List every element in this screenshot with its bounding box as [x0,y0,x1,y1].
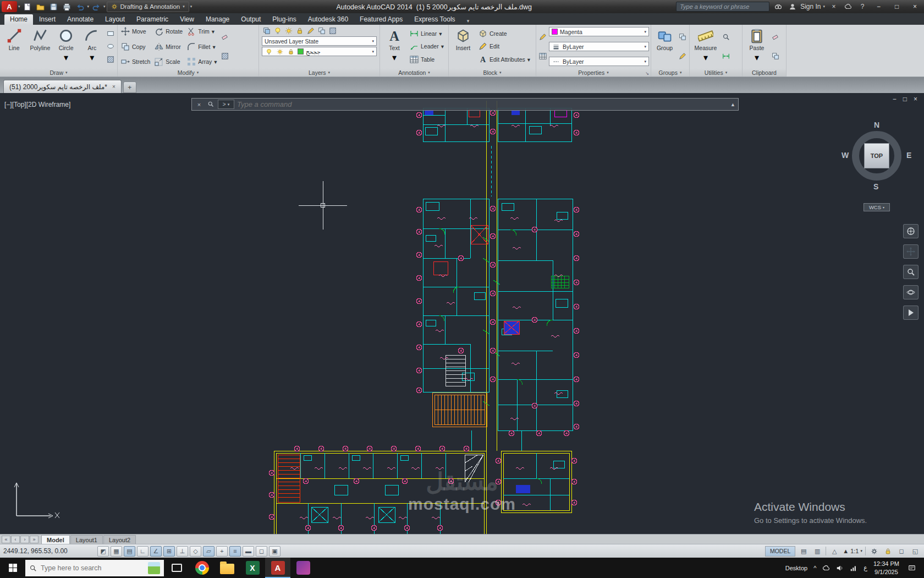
ribbon-tab-parametric[interactable]: Parametric [131,14,174,25]
steering-wheel-button[interactable] [903,224,919,238]
tab-layout2[interactable]: Layout2 [103,535,136,544]
panel-label-clipboard[interactable]: Clipboard [743,68,786,77]
notification-center-button[interactable] [905,564,919,572]
file-tab-close-icon[interactable]: × [112,84,116,90]
erase-tool[interactable] [220,32,230,41]
snap-toggle[interactable]: ▦ [111,546,122,557]
layer-dropdown[interactable]: ججحح ▾ [262,47,377,56]
tab-layout1[interactable]: Layout1 [70,535,103,544]
undo-button[interactable] [74,1,86,12]
layer-match-button[interactable] [317,26,327,35]
dimension-linear-tool[interactable]: Linear▾ [408,29,446,38]
workspace-selector[interactable]: Drafting & Annotation ▾ [107,2,189,12]
hatch-tool[interactable] [106,55,116,64]
qat-overflow-caret-icon[interactable]: ▾ [190,4,193,9]
panel-label-annotation[interactable]: Annotation▾ [380,68,448,77]
quick-select-button[interactable] [721,32,731,41]
scale-tool[interactable]: Scale [153,57,184,66]
infer-constraints-toggle[interactable]: ◩ [97,546,109,557]
osnap-toggle[interactable]: ⊞ [163,546,175,557]
rotate-tool[interactable]: Rotate [153,27,184,36]
workspace-switching-button[interactable] [868,546,879,557]
edit-block-tool[interactable]: Edit [477,42,532,51]
object-snap-tracking-toggle[interactable]: ◇ [190,546,201,557]
dynamic-input-toggle[interactable]: + [216,546,228,557]
toolbar-lock-button[interactable] [882,546,893,557]
isolate-objects-button[interactable]: ◻ [896,546,907,557]
pan-button[interactable] [903,244,919,259]
drawing-close-button[interactable]: × [914,95,917,103]
tray-expand-caret[interactable]: ^ [813,565,816,571]
object-color-dropdown[interactable]: Magenta▾ [549,27,649,36]
ellipse-tool[interactable] [106,42,116,51]
polyline-tool[interactable]: Polyline [28,26,52,67]
panel-label-properties[interactable]: Properties▾↘ [536,68,651,77]
tab-model[interactable]: Model [41,535,70,544]
viewcube[interactable]: N W E TOP S WCS▾ [840,121,915,220]
ungroup-button[interactable] [678,32,688,41]
taskbar-autocad[interactable]: A [265,558,290,578]
viewport-controls[interactable]: [−][Top][2D Wireframe] [4,101,70,108]
move-tool[interactable]: Move [119,27,152,36]
prev-tab-button[interactable]: ‹ [11,536,20,543]
viewcube-north[interactable]: N [874,121,879,129]
selection-cycling-toggle[interactable]: ▣ [269,546,280,557]
file-tab-active[interactable]: ملف الرخصه تايم سكوير2000 (51)* × [3,80,122,93]
onedrive-cloud-icon[interactable] [822,564,830,572]
dynamic-ucs-toggle[interactable]: ▱ [203,546,215,557]
quick-view-layouts-button[interactable]: ▤ [798,546,809,557]
layer-freeze-button[interactable] [284,26,294,35]
ribbon-tab-autodesk360[interactable]: Autodesk 360 [302,14,354,25]
new-file-tab-button[interactable]: + [123,81,136,93]
mirror-tool[interactable]: Mirror [153,42,184,51]
taskbar-excel[interactable]: X [240,558,265,578]
polar-tracking-toggle[interactable]: ∠ [150,546,162,557]
measure-tool[interactable]: Measure▾ [691,26,720,67]
sign-in-button[interactable]: Sign In ▾ [787,2,825,12]
stretch-tool[interactable]: Stretch [119,57,152,66]
ribbon-tab-manage[interactable]: Manage [200,14,235,25]
linetype-dropdown[interactable]: ByLayer▾ [549,57,649,66]
orbit-button[interactable] [903,285,919,299]
id-point-button[interactable] [721,52,731,61]
ribbon-tab-plugins[interactable]: Plug-ins [267,14,301,25]
taskbar-chrome[interactable] [189,558,215,578]
ribbon-tab-home[interactable]: Home [4,14,33,25]
properties-dialog-launcher[interactable]: ↘ [645,71,649,76]
trim-tool[interactable]: Trim▾ [185,27,218,36]
viewcube-top-face[interactable]: TOP [864,143,889,168]
transparency-toggle[interactable]: ▬ [243,546,254,557]
app-menu-caret-icon[interactable]: ▾ [18,4,20,9]
text-tool[interactable]: Text▾ [382,26,407,67]
grid-toggle[interactable]: ▤ [124,546,135,557]
properties-list-button[interactable] [538,52,548,61]
undo-caret-icon[interactable]: ▾ [87,4,90,9]
create-block-tool[interactable]: Create [477,29,532,38]
panel-label-utilities[interactable]: Utilities▾ [690,68,742,77]
viewcube-east[interactable]: E [906,151,911,160]
table-tool[interactable]: Table [408,55,446,64]
command-close-icon[interactable]: × [195,101,204,108]
first-tab-button[interactable]: « [2,536,10,543]
layer-state-dropdown[interactable]: Unsaved Layer State▾ [262,36,377,46]
new-file-button[interactable] [21,1,34,12]
paste-tool[interactable]: Paste▾ [744,26,769,67]
group-tool[interactable]: Group [653,26,676,67]
drawing-minimize-button[interactable]: − [893,95,897,103]
next-tab-button[interactable]: › [20,536,29,543]
last-tab-button[interactable]: » [30,536,38,543]
app-maximize-button[interactable]: □ [889,1,904,12]
command-search-icon[interactable] [206,101,215,108]
panel-label-draw[interactable]: Draw▾ [0,68,117,77]
quick-properties-toggle[interactable]: ◻ [256,546,267,557]
open-file-button[interactable] [35,1,47,12]
redo-button[interactable] [90,1,102,12]
plot-button[interactable] [61,1,73,12]
lineweight-dropdown[interactable]: ByLayer▾ [549,42,649,51]
match-properties-button[interactable] [538,32,548,41]
ribbon-tab-featured-apps[interactable]: Featured Apps [354,14,408,25]
edit-attributes-tool[interactable]: Edit Attributes▾ [477,55,532,64]
command-history-toggle-icon[interactable]: ▲ [730,102,735,107]
layer-off-button[interactable] [273,26,283,35]
language-indicator[interactable]: ع [864,564,867,571]
